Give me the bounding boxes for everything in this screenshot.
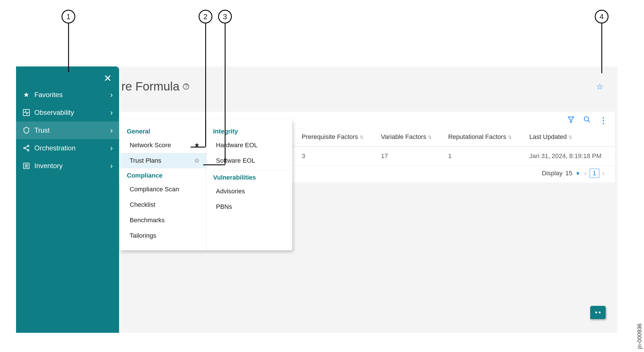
page-title: re Formula ? [121,80,189,93]
sort-icon: ⇅ [568,135,572,140]
callout-3: 3 [218,10,232,164]
svg-line-5 [25,148,28,150]
col-header-prerequisite[interactable]: Prerequisite Factors⇅ [297,127,376,147]
pager-pagesize-select[interactable]: 15 ▼ [565,170,580,177]
heartbeat-icon [21,109,32,116]
help-icon[interactable]: ? [183,83,189,90]
submenu-item-network-score[interactable]: Network Score [120,137,206,153]
sidebar-item-trust[interactable]: Trust › [16,121,119,139]
submenu-group-compliance: Compliance [120,168,206,182]
pager-display-label: Display [542,170,562,177]
submenu-group-vulnerabilities: Vulnerabilities [206,170,293,184]
cell-reputational: 1 [443,147,524,166]
cell-prerequisite: 3 [297,147,376,166]
chevron-right-icon: › [110,143,113,153]
callout-1-num: 1 [62,10,75,23]
callout-2: 2 [199,10,212,147]
submenu-item-tailorings[interactable]: Tailorings [120,228,206,243]
col-header-variable[interactable]: Variable Factors⇅ [376,127,443,147]
submenu-item-label: Tailorings [130,232,156,239]
sidebar: ✕ Favorites › Observability › Tru [16,66,119,333]
sidebar-item-inventory[interactable]: Inventory › [16,157,119,175]
page-title-bar: re Formula ? [119,66,618,105]
submenu-item-label: Benchmarks [130,217,165,224]
col-header-text: Prerequisite Factors [302,133,358,140]
svg-point-11 [584,117,588,121]
svg-marker-10 [568,117,574,123]
submenu-item-pbns[interactable]: PBNs [206,199,293,215]
callout-2-num: 2 [199,10,212,23]
submenu-item-label: Checklist [130,201,155,209]
page-title-text: re Formula [121,80,179,93]
pager-current-page[interactable]: 1 [590,169,599,178]
submenu-item-benchmarks[interactable]: Benchmarks [120,213,206,228]
sidebar-label: Inventory [34,162,63,170]
chatbot-widget[interactable] [590,306,606,319]
svg-line-12 [588,120,590,122]
col-header-reputational[interactable]: Reputational Factors⇅ [443,127,524,147]
pager-pagesize-value: 15 [565,170,572,177]
col-header-text: Variable Factors [381,133,426,140]
star-icon [21,91,32,99]
close-icon[interactable]: ✕ [104,73,112,83]
col-header-last-updated[interactable]: Last Updated⇅ [524,127,615,147]
submenu-item-label: PBNs [216,203,232,211]
chevron-right-icon: › [110,161,113,170]
chevron-right-icon: › [110,108,113,117]
favorite-page-star-icon[interactable] [596,82,603,91]
app-frame: ✕ Favorites › Observability › Tru [16,66,618,333]
callout-4: 4 [595,10,609,73]
callout-4-num: 4 [595,10,609,23]
col-header-text: Reputational Factors [448,133,506,140]
chatbot-eyes-icon [595,312,600,313]
pager-prev-icon[interactable]: ‹ [584,169,587,177]
list-icon [21,162,32,170]
chevron-right-icon: › [110,126,113,135]
chevron-right-icon: › [110,90,113,99]
chevron-down-icon: ▼ [575,171,580,176]
cell-last-updated: Jan 31, 2024, 8:19:18 PM [524,147,615,166]
col-header-text: Last Updated [529,133,567,140]
sort-icon: ⇅ [360,135,364,140]
pager-next-icon[interactable]: › [602,169,605,177]
submenu-item-label: Advisories [216,188,245,195]
submenu-item-checklist[interactable]: Checklist [120,197,206,213]
shield-icon [21,127,32,134]
star-outline-icon[interactable] [193,157,200,164]
sidebar-label: Orchestration [34,144,76,152]
sidebar-label: Observability [34,109,74,117]
submenu-col-1: General Network Score Trust Plans Compli… [120,120,206,250]
share-icon [21,144,32,152]
submenu-item-compliance-scan[interactable]: Compliance Scan [120,182,206,197]
submenu-item-label: Compliance Scan [130,186,179,193]
filter-icon[interactable] [567,116,575,125]
submenu-group-general: General [120,124,206,137]
cell-variable: 17 [376,147,443,166]
submenu-item-label: Network Score [130,141,171,149]
image-id-label: jn-000936 [636,323,643,349]
callout-3-num: 3 [218,10,232,23]
sidebar-item-favorites[interactable]: Favorites › [16,86,119,104]
sidebar-label: Favorites [34,91,63,99]
submenu-item-label: Trust Plans [130,157,161,164]
sort-icon: ⇅ [508,135,512,140]
callout-1: 1 [62,10,75,72]
sidebar-item-observability[interactable]: Observability › [16,104,119,121]
svg-line-4 [25,146,28,148]
submenu-item-advisories[interactable]: Advisories [206,184,293,199]
submenu-item-trust-plans[interactable]: Trust Plans [120,153,206,168]
more-icon[interactable]: ⋮ [599,116,607,125]
sidebar-item-orchestration[interactable]: Orchestration › [16,139,119,157]
sidebar-label: Trust [34,126,50,134]
search-icon[interactable] [583,116,591,125]
sort-icon: ⇅ [428,135,432,140]
